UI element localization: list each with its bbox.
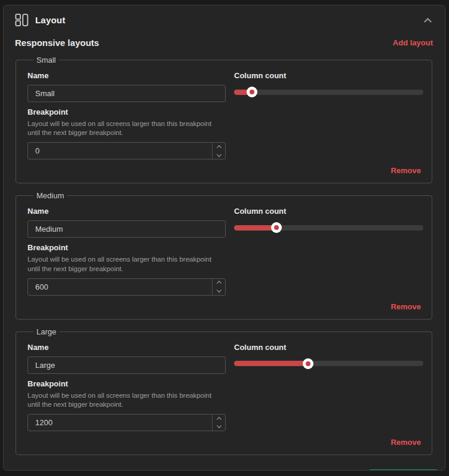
save-changes-button[interactable]: Save changes bbox=[368, 469, 438, 471]
chevron-down-icon bbox=[216, 423, 221, 428]
breakpoint-help-text: Layout will be used on all screens large… bbox=[27, 119, 224, 137]
remove-layout-button[interactable]: Remove bbox=[390, 166, 421, 175]
number-spinner bbox=[212, 279, 225, 295]
layout-icon bbox=[15, 13, 29, 27]
number-spinner bbox=[212, 414, 225, 431]
column-count-label: Column count bbox=[234, 343, 423, 352]
chevron-up-icon bbox=[216, 145, 221, 150]
panel-header: Layout bbox=[4, 5, 445, 27]
breakpoint-label: Breakpoint bbox=[27, 108, 226, 116]
add-layout-button[interactable]: Add layout bbox=[393, 38, 433, 47]
chevron-up-icon bbox=[216, 281, 221, 286]
spinner-up-button[interactable] bbox=[213, 143, 225, 151]
breakpoint-input[interactable] bbox=[27, 414, 226, 431]
panel-title: Layout bbox=[35, 15, 65, 25]
column-count-slider[interactable] bbox=[234, 358, 423, 369]
layout-fieldset-medium: Medium Name Breakpoint Layout will be us… bbox=[16, 191, 432, 319]
collapse-button[interactable] bbox=[422, 15, 435, 26]
name-label: Name bbox=[27, 207, 226, 216]
column-count-label: Column count bbox=[234, 71, 423, 80]
fieldset-legend: Large bbox=[33, 327, 59, 336]
remove-layout-button[interactable]: Remove bbox=[390, 302, 421, 311]
breakpoint-help-text: Layout will be used on all screens large… bbox=[27, 391, 224, 409]
spinner-up-button[interactable] bbox=[213, 279, 225, 287]
slider-thumb[interactable] bbox=[271, 222, 282, 233]
slider-fill bbox=[234, 361, 308, 366]
breakpoint-label: Breakpoint bbox=[27, 243, 226, 252]
breakpoint-input[interactable] bbox=[27, 278, 226, 296]
column-count-label: Column count bbox=[234, 207, 423, 216]
breakpoint-input[interactable] bbox=[27, 142, 226, 159]
section-row: Responsive layouts Add layout bbox=[4, 27, 445, 48]
section-title: Responsive layouts bbox=[15, 38, 99, 48]
chevron-down-icon bbox=[216, 287, 221, 292]
column-count-slider[interactable] bbox=[234, 222, 423, 233]
spinner-up-button[interactable] bbox=[213, 414, 225, 423]
column-count-slider[interactable] bbox=[234, 87, 423, 97]
spinner-down-button[interactable] bbox=[213, 151, 225, 159]
footer-row: Save changes bbox=[4, 455, 445, 471]
spinner-down-button[interactable] bbox=[213, 287, 225, 295]
fieldset-legend: Small bbox=[33, 56, 59, 65]
name-input[interactable] bbox=[27, 357, 226, 374]
chevron-down-icon bbox=[216, 152, 221, 156]
slider-thumb[interactable] bbox=[303, 358, 313, 369]
breakpoint-help-text: Layout will be used on all screens large… bbox=[27, 255, 224, 273]
slider-fill bbox=[234, 225, 276, 231]
fieldset-legend: Medium bbox=[33, 191, 67, 200]
name-label: Name bbox=[27, 343, 226, 352]
breakpoint-label: Breakpoint bbox=[27, 379, 226, 388]
spinner-down-button[interactable] bbox=[213, 423, 225, 431]
name-input[interactable] bbox=[27, 220, 226, 238]
slider-track bbox=[234, 90, 423, 95]
chevron-up-icon bbox=[424, 18, 432, 26]
slider-thumb[interactable] bbox=[247, 87, 257, 97]
layout-settings-panel: Layout Responsive layouts Add layout Sma… bbox=[3, 5, 445, 471]
remove-layout-button[interactable]: Remove bbox=[390, 438, 421, 447]
layout-fieldset-small: Small Name Breakpoint Layout will be use… bbox=[16, 56, 432, 183]
chevron-up-icon bbox=[216, 417, 221, 422]
layout-fieldset-large: Large Name Breakpoint Layout will be use… bbox=[16, 327, 432, 455]
name-input[interactable] bbox=[27, 85, 226, 102]
name-label: Name bbox=[27, 71, 226, 80]
number-spinner bbox=[212, 143, 225, 159]
